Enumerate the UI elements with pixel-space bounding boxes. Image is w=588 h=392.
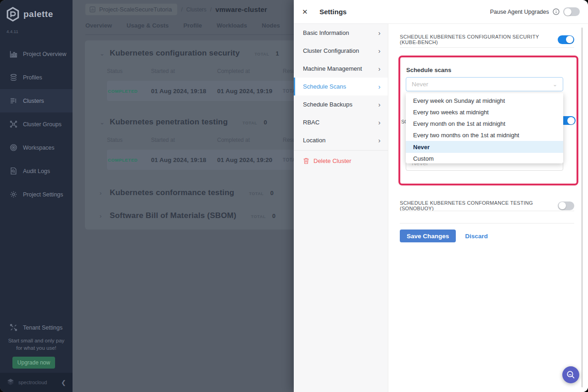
sidebar-item-tenant-settings[interactable]: Tenant Settings	[0, 316, 73, 339]
menu-item-label: RBAC	[303, 119, 319, 126]
total-label: TOTAL	[254, 52, 269, 56]
chevron-right-icon: ›	[378, 136, 381, 144]
schedule-scans-dropdown: Every week on Sunday at midnight Every t…	[406, 93, 563, 163]
close-icon[interactable]: ✕	[302, 8, 311, 16]
completed-at: 01 Aug 2024, 19:20	[217, 157, 283, 163]
sidebar-item-label: Profiles	[23, 74, 42, 81]
collapse-sidebar-icon[interactable]: ❮	[61, 379, 66, 386]
tab-overview[interactable]: Overview	[85, 22, 112, 29]
tab-nodes[interactable]: Nodes	[262, 22, 280, 29]
bar-chart-icon	[10, 50, 17, 58]
menu-item-basic-information[interactable]: Basic Information›	[294, 24, 388, 42]
delete-cluster-label: Delete Cluster	[314, 157, 351, 164]
panel-scrollbar[interactable]	[582, 28, 582, 387]
menu-item-machine-management[interactable]: Machine Management›	[294, 60, 388, 78]
cluster-list-icon	[10, 97, 17, 105]
upgrade-now-button[interactable]: Upgrade now	[12, 357, 55, 369]
gear-icon	[10, 190, 17, 198]
spectrocloud-logo-icon	[6, 378, 15, 386]
divider	[400, 211, 574, 211]
save-changes-button[interactable]: Save Changes	[400, 230, 456, 242]
search-fab-button[interactable]	[562, 366, 579, 383]
trash-icon	[303, 157, 309, 164]
promo-line-2: for what you use!	[0, 345, 73, 352]
kube-bench-toggle[interactable]	[558, 35, 574, 44]
menu-item-schedule-scans[interactable]: Schedule Scans›	[294, 78, 388, 95]
pause-agent-upgrades: Pause Agent Upgrades	[490, 7, 580, 16]
pause-agent-upgrades-toggle[interactable]	[563, 7, 580, 16]
divider	[400, 47, 574, 48]
breadcrumb-separator: /	[181, 6, 182, 13]
breadcrumb-clusters-link[interactable]: Clusters	[186, 6, 207, 13]
sidebar-item-label: Audit Logs	[23, 168, 50, 174]
toggle-knob	[566, 36, 573, 43]
network-icon	[10, 120, 17, 128]
sidebar-item-profiles[interactable]: Profiles	[0, 66, 73, 89]
screen: palette 4.4.11 Project Overview Profiles…	[0, 0, 588, 392]
dropdown-option-every-two-months[interactable]: Every two months on the 1st at midnight	[406, 129, 563, 141]
breadcrumb: Project-ScaleSecureTutoria / Clusters / …	[85, 4, 267, 15]
menu-item-location[interactable]: Location›	[294, 131, 388, 149]
breadcrumb-cluster-name: vmware-cluster	[215, 6, 267, 13]
col-completed: Completed at	[217, 68, 283, 74]
document-icon	[10, 167, 17, 175]
chevron-right-icon: ›	[378, 101, 381, 108]
col-started: Started at	[151, 137, 217, 143]
info-icon[interactable]	[553, 8, 560, 15]
sidebar-item-label: Clusters	[23, 98, 44, 104]
section-title: Software Bill of Materials (SBOM)	[110, 211, 236, 220]
settings-menu: Basic Information› Cluster Configuration…	[294, 24, 388, 392]
dropdown-option-custom[interactable]: Custom	[406, 153, 563, 163]
sidebar-item-cluster-groups[interactable]: Cluster Groups	[0, 112, 73, 136]
chevron-down-icon: ⌄	[100, 50, 105, 57]
tab-usage-costs[interactable]: Usage & Costs	[127, 22, 169, 29]
total-label: TOTAL	[251, 214, 266, 219]
menu-item-schedule-backups[interactable]: Schedule Backups›	[294, 95, 388, 113]
form-actions: Save Changes Discard	[400, 230, 488, 242]
dropdown-option-never[interactable]: Never	[406, 141, 563, 153]
chevron-right-icon: ›	[378, 47, 381, 55]
col-status: Status	[107, 137, 151, 143]
toggle-knob	[564, 8, 571, 16]
sidebar-item-project-overview[interactable]: Project Overview	[0, 42, 73, 66]
breadcrumb-project-label: Project-ScaleSecureTutoria	[99, 6, 172, 13]
breadcrumb-project-pill[interactable]: Project-ScaleSecureTutoria	[85, 4, 177, 15]
total-value: 1	[276, 50, 279, 57]
kube-bench-setting-row: SCHEDULE KUBERNETES CONFIGURATION SECURI…	[400, 34, 574, 45]
tools-icon	[10, 324, 17, 331]
tab-profile[interactable]: Profile	[184, 22, 202, 29]
brand-footer-text: spectrocloud	[18, 380, 47, 385]
menu-item-label: Location	[303, 137, 325, 144]
sidebar-item-workspaces[interactable]: Workspaces	[0, 136, 73, 159]
project-chart-icon	[90, 6, 95, 12]
settings-header: ✕ Settings Pause Agent Upgrades	[294, 0, 588, 24]
select-value: Never	[412, 81, 428, 88]
dropdown-option-every-week[interactable]: Every week on Sunday at midnight	[406, 95, 563, 106]
toggle-knob	[559, 202, 566, 209]
delete-cluster-button[interactable]: Delete Cluster	[294, 151, 388, 171]
menu-item-cluster-configuration[interactable]: Cluster Configuration›	[294, 42, 388, 60]
chevron-right-icon: ›	[100, 190, 105, 196]
toggle-knob	[567, 117, 575, 124]
settings-body: Basic Information› Cluster Configuration…	[294, 24, 588, 392]
schedule-scans-label: Schedule scans	[406, 67, 451, 73]
sidebar-item-clusters[interactable]: Clusters	[0, 89, 73, 112]
schedule-scans-select[interactable]: Never ⌄	[406, 77, 563, 91]
dropdown-option-every-month[interactable]: Every month on the 1st at midnight	[406, 118, 563, 129]
app-version: 4.4.11	[6, 29, 18, 34]
menu-item-rbac[interactable]: RBAC›	[294, 113, 388, 131]
menu-item-label: Basic Information	[303, 29, 349, 36]
search-icon	[566, 370, 575, 379]
discard-link[interactable]: Discard	[465, 233, 488, 240]
status-badge: COMPLETED	[107, 157, 151, 162]
dropdown-option-every-two-weeks[interactable]: Every two weeks at midnight	[406, 106, 563, 118]
started-at: 01 Aug 2024, 19:18	[151, 88, 217, 95]
section-title: Kubernetes configuration security	[110, 49, 240, 58]
sidebar-item-audit-logs[interactable]: Audit Logs	[0, 159, 73, 183]
sidebar-item-label: Workspaces	[23, 145, 55, 151]
tab-workloads[interactable]: Workloads	[217, 22, 247, 29]
logo-text: palette	[23, 9, 53, 19]
sonobuoy-toggle[interactable]	[558, 202, 574, 210]
sidebar-item-project-settings[interactable]: Project Settings	[0, 183, 73, 206]
total-value: 0	[263, 119, 267, 126]
